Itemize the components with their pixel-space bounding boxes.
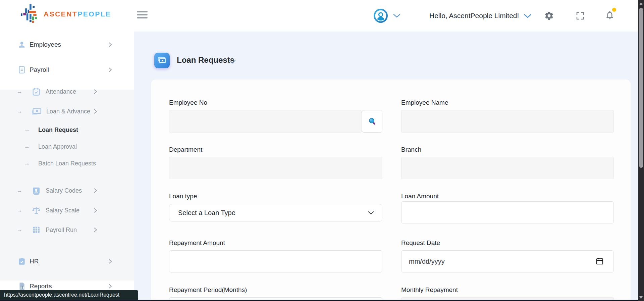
employee-search-button[interactable] xyxy=(362,110,382,133)
loan-type-select[interactable]: Select a Loan Type xyxy=(169,204,382,221)
submenu-arrow-icon: → xyxy=(17,207,23,214)
scrollbar-down-arrow[interactable] xyxy=(639,296,643,299)
employee-no-label: Employee No xyxy=(169,99,207,106)
employee-name-input xyxy=(401,110,614,133)
branch-input xyxy=(401,157,614,179)
repayment-amount-input[interactable] xyxy=(169,250,382,272)
employee-name-label: Employee Name xyxy=(401,99,448,106)
brand-logo[interactable]: ASCENTPEOPLE xyxy=(21,3,111,25)
sidebar-item-batch-loan-requests[interactable]: → Batch Loan Requests xyxy=(0,156,134,171)
avatar-dropdown-chevron-icon[interactable] xyxy=(393,0,400,32)
chevron-down-icon xyxy=(368,211,374,215)
sidebar-item-label: Loan Approval xyxy=(38,143,77,150)
table-grid-icon xyxy=(32,225,41,235)
status-url-text: https://ascentpeople.ascentree.net/LoanR… xyxy=(4,292,119,298)
banknote-icon xyxy=(32,107,42,116)
report-chart-icon xyxy=(17,282,26,291)
id-card-icon xyxy=(32,186,41,195)
loan-type-selected-value: Select a Loan Type xyxy=(178,209,235,217)
repayment-period-label: Repayment Period(Months) xyxy=(169,286,247,294)
repayment-amount-label: Repayment Amount xyxy=(169,239,225,247)
chevron-right-icon xyxy=(108,283,113,289)
sidebar-item-loan-approval[interactable]: → Loan Approval xyxy=(0,139,134,154)
employee-no-input xyxy=(169,110,362,133)
sidebar-item-salary-scale[interactable]: → Salary Scale xyxy=(0,203,134,218)
fullscreen-icon xyxy=(576,11,585,20)
top-header: ASCENTPEOPLE Hello, AscentPeople L xyxy=(0,0,638,32)
request-date-input[interactable] xyxy=(401,250,614,272)
sidebar-nav: Employees Payroll → Attendance xyxy=(0,32,134,301)
brand-name: ASCENTPEOPLE xyxy=(44,10,111,18)
loan-amount-input[interactable] xyxy=(401,201,614,223)
notifications-button[interactable] xyxy=(605,0,615,32)
sidebar-item-label: Loan Request xyxy=(38,127,78,134)
sidebar-item-hr[interactable]: HR xyxy=(0,254,134,269)
calendar-check-icon xyxy=(32,87,41,96)
sidebar-item-payroll[interactable]: Payroll xyxy=(0,62,134,77)
menu-toggle-icon[interactable] xyxy=(137,11,148,18)
greeting-chevron-icon xyxy=(524,14,532,18)
app-window: ASCENTPEOPLE Hello, AscentPeople L xyxy=(0,0,644,301)
chevron-right-icon xyxy=(93,188,98,193)
page-title-chevron-icon[interactable] xyxy=(229,59,236,65)
submenu-arrow-icon: → xyxy=(17,227,23,233)
sidebar-item-label: Salary Codes xyxy=(46,187,82,194)
submenu-arrow-icon: → xyxy=(24,143,31,150)
chevron-right-icon xyxy=(93,227,98,233)
browser-status-bar: https://ascentpeople.ascentree.net/LoanR… xyxy=(0,290,138,300)
sidebar-item-label: Payroll Run xyxy=(46,227,77,234)
user-avatar[interactable] xyxy=(373,0,388,32)
sidebar-item-label: Loan & Advance xyxy=(46,108,90,115)
submenu-arrow-icon: → xyxy=(17,88,23,95)
request-date-label: Request Date xyxy=(401,239,440,247)
sidebar-item-label: Batch Loan Requests xyxy=(38,160,96,167)
account-menu[interactable]: Hello, AscentPeople Limited! xyxy=(429,0,532,32)
search-icon xyxy=(367,116,377,127)
sidebar-item-label: Payroll xyxy=(30,66,49,73)
sidebar-item-loan-advance[interactable]: → Loan & Advance xyxy=(0,104,134,119)
chevron-right-icon xyxy=(93,89,98,94)
gear-icon xyxy=(544,11,554,21)
sidebar-item-label: Employees xyxy=(30,41,61,48)
sidebar-item-payroll-run[interactable]: → Payroll Run xyxy=(0,222,134,237)
chevron-right-icon xyxy=(108,42,113,48)
sidebar-item-salary-codes[interactable]: → Salary Codes xyxy=(0,183,134,198)
branch-label: Branch xyxy=(401,146,421,153)
submenu-arrow-icon: → xyxy=(24,160,31,167)
brand-name-ascent: ASCENT xyxy=(44,10,77,18)
browser-scrollbar xyxy=(638,0,644,301)
sidebar-item-label: Attendance xyxy=(46,88,76,95)
submenu-arrow-icon: → xyxy=(17,108,23,115)
clipboard-check-icon xyxy=(17,257,26,266)
balance-scale-icon xyxy=(32,206,41,215)
chevron-right-icon xyxy=(108,67,113,73)
chevron-right-icon xyxy=(93,208,98,213)
monthly-repayment-label: Monthly Repayment xyxy=(401,286,458,294)
sidebar-item-label: Reports xyxy=(30,283,52,290)
scrollbar-up-arrow[interactable] xyxy=(639,2,643,5)
submenu-arrow-icon: → xyxy=(24,127,31,133)
department-input xyxy=(169,157,382,179)
department-label: Department xyxy=(169,146,202,153)
submenu-arrow-icon: → xyxy=(17,187,23,194)
sidebar-item-label: HR xyxy=(30,258,39,265)
chevron-right-icon xyxy=(108,258,113,264)
fullscreen-button[interactable] xyxy=(576,0,585,32)
settings-button[interactable] xyxy=(544,0,554,32)
loan-requests-icon xyxy=(154,53,170,68)
notification-badge xyxy=(612,8,616,12)
greeting-text: Hello, AscentPeople Limited! xyxy=(429,12,519,20)
sidebar-item-employees[interactable]: Employees xyxy=(0,37,134,52)
brand-name-people: PEOPLE xyxy=(77,10,111,18)
sidebar-item-attendance[interactable]: → Attendance xyxy=(0,84,134,99)
chevron-right-icon xyxy=(93,109,98,114)
loan-amount-label: Loan Amount xyxy=(401,193,439,200)
sidebar-item-loan-request[interactable]: → Loan Request xyxy=(0,122,134,137)
document-icon xyxy=(17,65,26,74)
page-title: Loan Requests xyxy=(177,55,234,65)
person-icon xyxy=(17,40,26,49)
brand-logo-icon xyxy=(21,3,40,25)
sidebar-item-label: Salary Scale xyxy=(46,207,79,214)
calendar-icon[interactable] xyxy=(596,257,604,266)
scrollbar-thumb[interactable] xyxy=(639,8,643,168)
